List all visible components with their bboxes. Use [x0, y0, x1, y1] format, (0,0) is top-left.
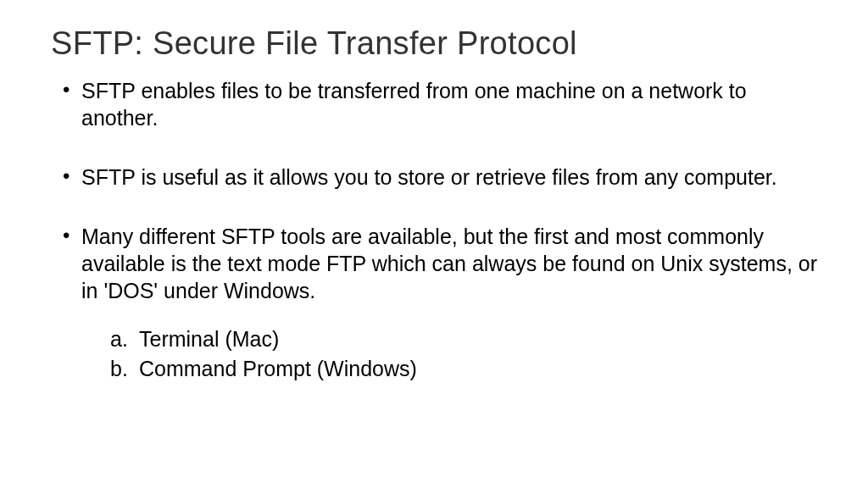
list-item: Terminal (Mac) [110, 324, 817, 354]
main-bullet-list: SFTP enables files to be transferred fro… [58, 77, 817, 304]
slide-content: SFTP enables files to be transferred fro… [51, 77, 817, 384]
list-item: SFTP enables files to be transferred fro… [58, 77, 817, 131]
sub-ordered-list: Terminal (Mac) Command Prompt (Windows) [58, 324, 817, 384]
list-item: SFTP is useful as it allows you to store… [58, 164, 817, 191]
slide-title: SFTP: Secure File Transfer Protocol [51, 25, 817, 62]
list-item: Command Prompt (Windows) [110, 354, 817, 384]
list-item: Many different SFTP tools are available,… [58, 223, 817, 304]
